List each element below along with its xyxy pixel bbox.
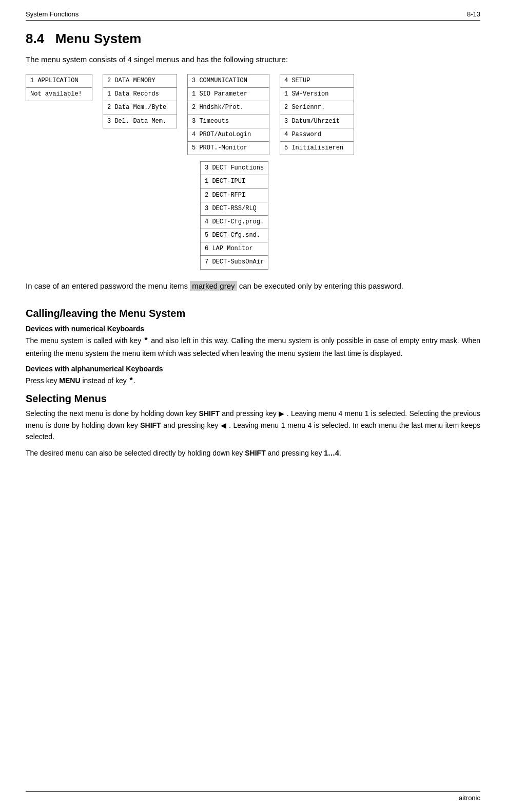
page-header: System Functions 8-13: [26, 10, 480, 21]
menu-col2-item2: 3 Del. Data Mem.: [103, 115, 177, 128]
selecting-para2: The desired menu can also be selected di…: [26, 447, 480, 459]
shift-key-1: SHIFT: [199, 409, 220, 418]
intro-text: The menu system consists of 4 singel men…: [26, 55, 480, 64]
star-key-1: *: [144, 336, 149, 346]
header-right: 8-13: [467, 10, 480, 18]
dect-item4: 5 DECT-Cfg.snd.: [200, 229, 268, 242]
menu-col1: 1 APPLICATION Not available!: [26, 74, 92, 101]
password-note: In case of an entered password the menu …: [26, 280, 480, 292]
menu-col3-header: 3 COMMUNICATION: [187, 74, 269, 87]
shift-key-3: SHIFT: [245, 449, 265, 457]
page-footer: aitronic: [26, 791, 480, 802]
password-note-after: can be executed only by entering this pa…: [237, 281, 403, 290]
menu-col4-item2: 3 Datum/Uhrzeit: [280, 115, 354, 128]
calling-subsection2-title: Devices with alphanumerical Keyboards: [26, 365, 480, 373]
calling-subsection2-before: Press key: [26, 376, 59, 385]
shift-key-2: SHIFT: [140, 421, 161, 429]
dect-item3: 4 DECT-Cfg.prog.: [200, 215, 268, 229]
menu-col3-item1: 2 Hndshk/Prot.: [187, 101, 269, 114]
menu-col2: 2 DATA MEMORY 1 Data Records 2 Data Mem.…: [103, 74, 177, 128]
menu-col3-group: 3 COMMUNICATION 1 SIO Parameter 2 Hndshk…: [187, 74, 269, 155]
menu-col1-header: 1 APPLICATION: [26, 74, 92, 87]
menu-col4-item4: 5 Initialisieren: [280, 141, 354, 155]
menu-col3-item4: 5 PROT.-Monitor: [187, 141, 269, 155]
selecting-para1: Selecting the next menu is done by holdi…: [26, 408, 480, 442]
calling-section-title: Calling/leaving the Menu System: [26, 308, 480, 319]
dect-item2: 3 DECT-RSS/RLQ: [200, 202, 268, 215]
section-title: 8.4 Menu System: [26, 31, 480, 47]
menu-col4-item0: 1 SW-Version: [280, 87, 354, 101]
footer-right: aitronic: [459, 794, 480, 802]
dect-item5: 6 LAP Monitor: [200, 242, 268, 255]
calling-subsection1-text: The menu system is called with key * and…: [26, 335, 480, 360]
menu-col2-item0: 1 Data Records: [103, 87, 177, 101]
menu-col3-item0: 1 SIO Parameter: [187, 87, 269, 101]
calling-subsection2-text: Press key MENU instead of key *.: [26, 375, 480, 388]
menu-col1-group: 1 APPLICATION Not available!: [26, 74, 92, 101]
star-key-2: *: [129, 376, 134, 386]
dect-item0: 1 DECT-IPUI: [200, 175, 268, 188]
menu-col4-item3: 4 Password: [280, 128, 354, 141]
dect-section: 3 DECT Functions 1 DECT-IPUI 2 DECT-RFPI…: [200, 161, 480, 270]
dect-item1: 2 DECT-RFPI: [200, 188, 268, 202]
password-note-highlight: marked grey: [190, 281, 237, 291]
dect-item6: 7 DECT-SubsOnAir: [200, 255, 268, 269]
header-left: System Functions: [26, 10, 79, 18]
menu-structure: 1 APPLICATION Not available! 2 DATA MEMO…: [26, 74, 480, 155]
menu-key-bold: MENU: [59, 376, 80, 385]
selecting-section-title: Selecting Menus: [26, 393, 480, 405]
dect-header: 3 DECT Functions: [200, 161, 268, 175]
menu-col2-header: 2 DATA MEMORY: [103, 74, 177, 87]
calling-subsection1-title: Devices with numerical Keyboards: [26, 325, 480, 333]
menu-col2-group: 2 DATA MEMORY 1 Data Records 2 Data Mem.…: [103, 74, 177, 128]
menu-col3-item2: 3 Timeouts: [187, 115, 269, 128]
menu-col4-item1: 2 Seriennr.: [280, 101, 354, 114]
key-range: 1…4: [324, 449, 339, 457]
menu-col4: 4 SETUP 1 SW-Version 2 Seriennr. 3 Datum…: [280, 74, 354, 155]
dect-group: 3 DECT Functions 1 DECT-IPUI 2 DECT-RFPI…: [200, 161, 268, 270]
menu-col3: 3 COMMUNICATION 1 SIO Parameter 2 Hndshk…: [187, 74, 269, 155]
menu-col2-item1: 2 Data Mem./Byte: [103, 101, 177, 114]
password-note-before: In case of an entered password the menu …: [26, 281, 190, 290]
menu-col4-group: 4 SETUP 1 SW-Version 2 Seriennr. 3 Datum…: [280, 74, 354, 155]
menu-col3-item3: 4 PROT/AutoLogin: [187, 128, 269, 141]
menu-col1-item0: Not available!: [26, 87, 92, 101]
menu-col4-header: 4 SETUP: [280, 74, 354, 87]
